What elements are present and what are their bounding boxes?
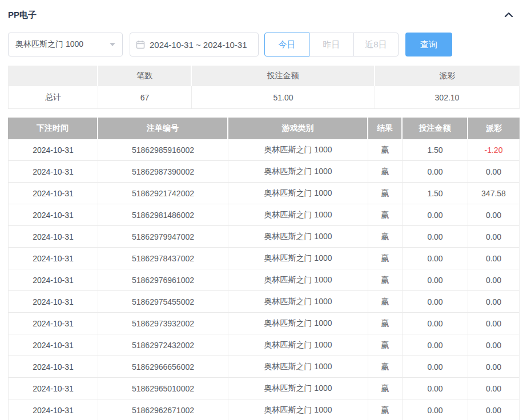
- date-range-input[interactable]: 2024-10-31 ~ 2024-10-31: [130, 33, 259, 56]
- payout-cell: 0.00: [468, 161, 520, 183]
- bet-time-cell: 2024-10-31: [8, 248, 98, 269]
- game-type-cell: 奥林匹斯之门 1000: [228, 139, 368, 161]
- result-cell: 赢: [368, 183, 403, 204]
- result-cell: 赢: [368, 204, 403, 226]
- game-type-cell: 奥林匹斯之门 1000: [228, 378, 368, 399]
- result-cell: 赢: [368, 399, 403, 420]
- bet-amount-cell: 1.50: [403, 139, 468, 161]
- total-payout: 302.10: [375, 86, 520, 109]
- game-type-cell: 奥林匹斯之门 1000: [228, 204, 368, 226]
- table-row: 2024-10-3151862981486002奥林匹斯之门 1000赢0.00…: [8, 204, 520, 226]
- game-type-cell: 奥林匹斯之门 1000: [228, 356, 368, 378]
- order-no-cell: 51862975455002: [98, 291, 228, 313]
- order-no-cell: 51862979947002: [98, 226, 228, 248]
- table-row: 2024-10-3151862985916002奥林匹斯之门 1000赢1.50…: [8, 139, 520, 161]
- table-row: 2024-10-3151862987390002奥林匹斯之门 1000赢0.00…: [8, 161, 520, 183]
- table-row: 2024-10-3151862965010002奥林匹斯之门 1000赢0.00…: [8, 378, 520, 399]
- bet-time-cell: 2024-10-31: [8, 139, 98, 161]
- date-range-value: 2024-10-31 ~ 2024-10-31: [150, 40, 247, 50]
- summary-header-count: 笔数: [98, 66, 192, 86]
- game-type-cell: 奥林匹斯之门 1000: [228, 183, 368, 204]
- bet-amount-cell: 0.00: [403, 226, 468, 248]
- game-type-cell: 奥林匹斯之门 1000: [228, 291, 368, 313]
- query-button[interactable]: 查询: [405, 33, 452, 56]
- result-cell: 赢: [368, 139, 403, 161]
- table-row: 2024-10-3151862966656002奥林匹斯之门 1000赢0.00…: [8, 356, 520, 378]
- total-bet-amount: 51.00: [192, 86, 375, 109]
- summary-table: 笔数 投注金额 派彩 总计 67 51.00 302.10: [8, 66, 520, 109]
- payout-cell: 0.00: [468, 356, 520, 378]
- bet-amount-cell: 0.00: [403, 313, 468, 334]
- summary-header-row: 笔数 投注金额 派彩: [8, 66, 520, 86]
- header-bet-time: 下注时间: [8, 118, 98, 139]
- collapse-button[interactable]: [504, 11, 514, 19]
- header-bet-amount: 投注金额: [403, 118, 468, 139]
- order-no-cell: 51862921742002: [98, 183, 228, 204]
- header-result: 结果: [368, 118, 403, 139]
- summary-total-row: 总计 67 51.00 302.10: [8, 86, 520, 109]
- bet-amount-cell: 0.00: [403, 269, 468, 291]
- order-no-cell: 51862981486002: [98, 204, 228, 226]
- payout-cell: -1.20: [468, 139, 520, 161]
- payout-cell: 0.00: [468, 313, 520, 334]
- bet-time-cell: 2024-10-31: [8, 291, 98, 313]
- bet-time-cell: 2024-10-31: [8, 204, 98, 226]
- filter-bar: 奥林匹斯之门 1000 2024-10-31 ~ 2024-10-31 今日 昨…: [8, 33, 523, 56]
- order-no-cell: 51862978437002: [98, 248, 228, 269]
- payout-cell: 347.58: [468, 183, 520, 204]
- bet-table-body: 2024-10-3151862985916002奥林匹斯之门 1000赢1.50…: [8, 139, 520, 420]
- last-8-days-button[interactable]: 近8日: [353, 33, 399, 56]
- table-row: 2024-10-3151862979947002奥林匹斯之门 1000赢0.00…: [8, 226, 520, 248]
- order-no-cell: 51862973932002: [98, 313, 228, 334]
- bet-amount-cell: 0.00: [403, 204, 468, 226]
- payout-cell: 0.00: [468, 291, 520, 313]
- game-type-cell: 奥林匹斯之门 1000: [228, 313, 368, 334]
- calendar-icon: [136, 40, 145, 49]
- result-cell: 赢: [368, 313, 403, 334]
- chevron-down-icon: [110, 43, 115, 46]
- game-type-cell: 奥林匹斯之门 1000: [228, 161, 368, 183]
- page-title: PP电子: [8, 10, 37, 21]
- game-select[interactable]: 奥林匹斯之门 1000: [8, 33, 123, 56]
- game-type-cell: 奥林匹斯之门 1000: [228, 226, 368, 248]
- table-row: 2024-10-3151862976961002奥林匹斯之门 1000赢0.00…: [8, 269, 520, 291]
- total-label: 总计: [8, 86, 98, 109]
- header-payout: 派彩: [468, 118, 520, 139]
- payout-cell: 0.00: [468, 269, 520, 291]
- game-type-cell: 奥林匹斯之门 1000: [228, 248, 368, 269]
- bet-table-header-row: 下注时间 注单编号 游戏类别 结果 投注金额 派彩: [8, 118, 520, 139]
- bet-amount-cell: 0.00: [403, 378, 468, 399]
- result-cell: 赢: [368, 291, 403, 313]
- bet-amount-cell: 0.00: [403, 291, 468, 313]
- table-row: 2024-10-3151862972432002奥林匹斯之门 1000赢0.00…: [8, 334, 520, 356]
- table-row: 2024-10-3151862921742002奥林匹斯之门 1000赢1.50…: [8, 183, 520, 204]
- table-row: 2024-10-3151862973932002奥林匹斯之门 1000赢0.00…: [8, 313, 520, 334]
- result-cell: 赢: [368, 269, 403, 291]
- order-no-cell: 51862987390002: [98, 161, 228, 183]
- game-type-cell: 奥林匹斯之门 1000: [228, 269, 368, 291]
- bet-amount-cell: 0.00: [403, 248, 468, 269]
- bet-amount-cell: 1.50: [403, 183, 468, 204]
- bet-time-cell: 2024-10-31: [8, 183, 98, 204]
- header-game-type: 游戏类别: [228, 118, 368, 139]
- summary-header-bet-amount: 投注金额: [192, 66, 375, 86]
- game-select-value: 奥林匹斯之门 1000: [15, 39, 83, 50]
- yesterday-button[interactable]: 昨日: [309, 33, 354, 56]
- today-button[interactable]: 今日: [264, 33, 309, 56]
- result-cell: 赢: [368, 378, 403, 399]
- game-type-cell: 奥林匹斯之门 1000: [228, 334, 368, 356]
- payout-cell: 0.00: [468, 226, 520, 248]
- quick-range-group: 今日 昨日 近8日: [264, 33, 399, 56]
- pp-games-panel: PP电子 奥林匹斯之门 1000 2024-10-3: [0, 0, 523, 420]
- order-no-cell: 51862985916002: [98, 139, 228, 161]
- bet-records-table: 下注时间 注单编号 游戏类别 结果 投注金额 派彩 2024-10-315186…: [8, 118, 520, 420]
- result-cell: 赢: [368, 334, 403, 356]
- bet-time-cell: 2024-10-31: [8, 313, 98, 334]
- result-cell: 赢: [368, 248, 403, 269]
- bet-time-cell: 2024-10-31: [8, 399, 98, 420]
- game-type-cell: 奥林匹斯之门 1000: [228, 399, 368, 420]
- panel-header: PP电子: [0, 0, 523, 21]
- result-cell: 赢: [368, 161, 403, 183]
- bet-amount-cell: 0.00: [403, 161, 468, 183]
- bet-amount-cell: 0.00: [403, 356, 468, 378]
